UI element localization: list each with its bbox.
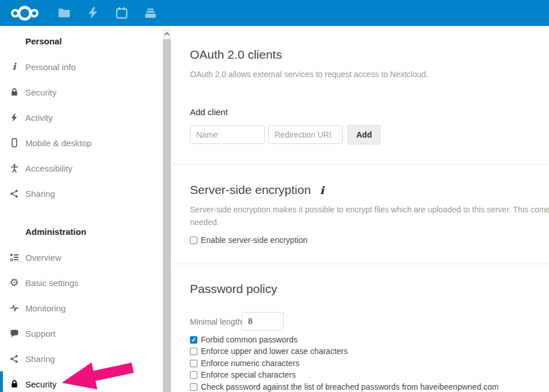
- phone-icon: [9, 138, 19, 148]
- sidebar-item-label: Overview: [25, 253, 62, 262]
- info-icon: i: [9, 62, 19, 72]
- share-icon: [9, 189, 19, 199]
- checkbox-label: Enable server-side encryption: [201, 235, 307, 245]
- redirection-uri-input[interactable]: [268, 125, 343, 144]
- encryption-section-title: Server-side encryptioni: [190, 183, 324, 197]
- minimal-length-input[interactable]: [242, 312, 284, 330]
- lightning-icon: [9, 113, 19, 123]
- checkbox-label: Check password against the list of breac…: [201, 382, 499, 391]
- sidebar-item-label: Monitoring: [25, 303, 66, 313]
- scrollbar-up-arrow[interactable]: [163, 29, 171, 39]
- sidebar-item-label: Security: [25, 87, 56, 97]
- top-navigation-bar: [0, 0, 549, 26]
- policy-checkbox-row[interactable]: Enforce upper and lower case characters: [190, 347, 348, 356]
- enforce-upper-lower-checkbox[interactable]: [190, 348, 197, 355]
- sidebar-item-label: Personal info: [25, 62, 76, 72]
- checkbox-label: Enforce upper and lower case characters: [201, 347, 348, 356]
- sidebar-item-sharing-admin[interactable]: Sharing: [0, 346, 161, 371]
- minimal-length-label: Minimal length: [190, 317, 242, 326]
- oauth-section-title: OAuth 2.0 clients: [190, 48, 282, 62]
- password-policy-section-title: Password policy: [190, 282, 277, 296]
- enforce-special-checkbox[interactable]: [190, 371, 197, 379]
- settings-content: OAuth 2.0 clients OAuth 2.0 allows exter…: [173, 26, 549, 392]
- checkbox-label: Enforce numeric characters: [201, 359, 299, 368]
- sidebar-heading-administration: Administration: [0, 227, 161, 245]
- lock-icon: [9, 87, 19, 97]
- sidebar-heading-personal: Personal: [0, 36, 161, 54]
- nextcloud-logo[interactable]: [6, 5, 43, 24]
- checkbox-label: Enforce special characters: [201, 370, 296, 379]
- add-client-button[interactable]: Add: [348, 125, 380, 144]
- settings-sidebar: Personal i Personal info Security Act: [0, 26, 173, 392]
- sidebar-item-sharing-personal[interactable]: Sharing: [0, 181, 161, 206]
- sidebar-item-label: Support: [25, 329, 56, 338]
- enable-encryption-checkbox-row[interactable]: Enable server-side encryption: [190, 235, 307, 245]
- add-client-label: Add client: [190, 107, 228, 117]
- app-window: Personal i Personal info Security Act: [0, 0, 549, 392]
- policy-checkbox-row[interactable]: Check password against the list of breac…: [190, 382, 499, 391]
- sidebar-item-label: Sharing: [25, 189, 55, 199]
- enforce-numeric-checkbox[interactable]: [190, 360, 197, 367]
- forbid-common-passwords-checkbox[interactable]: [190, 336, 197, 344]
- sidebar-item-accessibility[interactable]: Accessibility: [0, 155, 161, 181]
- section-divider: [173, 164, 549, 165]
- sidebar-section-personal: Personal i Personal info Security Act: [0, 36, 161, 206]
- encryption-description-line1: Server-side encryption makes it possible…: [190, 205, 549, 214]
- encryption-info-icon[interactable]: i: [320, 184, 324, 196]
- policy-checkbox-row[interactable]: Enforce special characters: [190, 370, 296, 379]
- calendar-icon[interactable]: [115, 6, 128, 20]
- check-hibp-checkbox[interactable]: [190, 383, 197, 391]
- lock-icon: [9, 379, 19, 389]
- sidebar-item-personal-info[interactable]: i Personal info: [0, 54, 161, 79]
- client-name-input[interactable]: [190, 125, 265, 144]
- list-icon: [9, 253, 19, 262]
- sidebar-item-label: Basic settings: [25, 278, 79, 288]
- sidebar-item-label: Mobile & desktop: [25, 138, 92, 148]
- sidebar-item-activity[interactable]: Activity: [0, 105, 161, 130]
- speech-bubble-icon: [9, 329, 19, 338]
- gear-icon: ⚙: [9, 278, 19, 288]
- sidebar-item-monitoring[interactable]: Monitoring: [0, 295, 161, 321]
- activity-lightning-icon[interactable]: [86, 6, 100, 20]
- sidebar-item-label: Security: [25, 379, 56, 389]
- sidebar-item-label: Activity: [25, 113, 53, 123]
- sidebar-item-basic-settings[interactable]: ⚙ Basic settings: [0, 270, 161, 295]
- sidebar-item-label: Accessibility: [25, 163, 73, 173]
- sidebar-item-label: Sharing: [25, 354, 55, 364]
- sidebar-item-support[interactable]: Support: [0, 321, 161, 346]
- enable-encryption-checkbox[interactable]: [190, 237, 197, 244]
- checkbox-label: Forbid common passwords: [201, 335, 298, 344]
- sidebar-item-security-personal[interactable]: Security: [0, 79, 161, 105]
- share-icon: [9, 354, 19, 364]
- oauth-section-description: OAuth 2.0 allows external services to re…: [190, 70, 428, 79]
- pulse-icon: [9, 303, 19, 313]
- sidebar-item-overview[interactable]: Overview: [0, 245, 161, 270]
- sidebar-item-security-admin[interactable]: Security: [0, 371, 161, 392]
- section-divider: [173, 264, 549, 264]
- sidebar-scrollbar[interactable]: [163, 29, 171, 392]
- files-folder-icon[interactable]: [58, 6, 71, 20]
- policy-checkbox-row[interactable]: Enforce numeric characters: [190, 359, 299, 368]
- deck-icon[interactable]: [144, 6, 157, 20]
- sidebar-section-administration: Administration Overview ⚙ Basic settings: [0, 227, 161, 392]
- accessibility-icon: [9, 163, 19, 173]
- sidebar-item-mobile-desktop[interactable]: Mobile & desktop: [0, 130, 161, 155]
- encryption-description-line2: needed.: [190, 218, 219, 227]
- policy-checkbox-row[interactable]: Forbid common passwords: [190, 335, 298, 344]
- scrollbar-thumb[interactable]: [163, 39, 171, 392]
